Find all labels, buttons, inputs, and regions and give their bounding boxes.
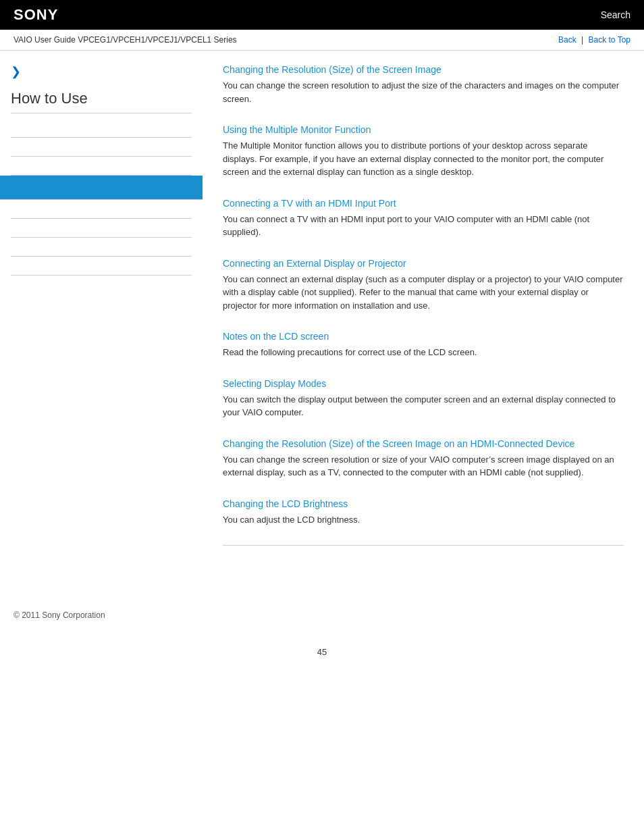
list-item — [11, 138, 192, 157]
section-1: Changing the Resolution (Size) of the Sc… — [223, 64, 624, 108]
section-1-title[interactable]: Changing the Resolution (Size) of the Sc… — [223, 64, 624, 75]
section-8: Changing the LCD Brightness You can adju… — [223, 498, 624, 529]
section-5: Notes on the LCD screen Read the followi… — [223, 331, 624, 362]
list-item — [11, 157, 192, 176]
nav-links: Back | Back to Top — [558, 35, 630, 45]
header: SONY Search — [0, 0, 644, 30]
section-2-title[interactable]: Using the Multiple Monitor Function — [223, 124, 624, 135]
breadcrumb-text: VAIO User Guide VPCEG1/VPCEH1/VPCEJ1/VPC… — [14, 35, 237, 45]
back-link[interactable]: Back — [558, 35, 576, 45]
section-3-body: You can connect a TV with an HDMI input … — [223, 213, 624, 239]
breadcrumb-bar: VAIO User Guide VPCEG1/VPCEH1/VPCEJ1/VPC… — [0, 30, 644, 51]
list-item — [11, 119, 192, 138]
back-to-top-link[interactable]: Back to Top — [589, 35, 630, 45]
list-item — [11, 219, 192, 238]
sidebar: ❯ How to Use — [0, 51, 203, 570]
sony-logo: SONY — [14, 6, 58, 24]
section-5-body: Read the following precautions for corre… — [223, 346, 624, 359]
section-4-body: You can connect an external display (suc… — [223, 273, 624, 313]
section-7: Changing the Resolution (Size) of the Sc… — [223, 438, 624, 482]
sidebar-active-item[interactable] — [0, 176, 203, 200]
section-4-title[interactable]: Connecting an External Display or Projec… — [223, 258, 624, 269]
section-2-body: The Multiple Monitor function allows you… — [223, 139, 624, 179]
list-item — [11, 238, 192, 257]
page-number: 45 — [0, 647, 644, 671]
section-3-title[interactable]: Connecting a TV with an HDMI Input Port — [223, 198, 624, 209]
section-3: Connecting a TV with an HDMI Input Port … — [223, 198, 624, 242]
list-item — [11, 200, 192, 219]
copyright-text: © 2011 Sony Corporation — [14, 610, 105, 620]
sidebar-title: How to Use — [11, 90, 192, 107]
section-8-body: You can adjust the LCD brightness. — [223, 513, 624, 527]
section-1-body: You can change the screen resolution to … — [223, 79, 624, 105]
content-divider — [223, 545, 624, 546]
separator: | — [581, 35, 583, 45]
section-8-title[interactable]: Changing the LCD Brightness — [223, 498, 624, 509]
section-7-body: You can change the screen resolution or … — [223, 453, 624, 479]
section-6: Selecting Display Modes You can switch t… — [223, 378, 624, 422]
section-7-title[interactable]: Changing the Resolution (Size) of the Sc… — [223, 438, 624, 449]
footer: © 2011 Sony Corporation — [0, 597, 644, 633]
main-container: ❯ How to Use Changing the Resolution (Si… — [0, 51, 644, 570]
list-item — [11, 257, 192, 276]
section-5-title[interactable]: Notes on the LCD screen — [223, 331, 624, 342]
content-area: Changing the Resolution (Size) of the Sc… — [203, 51, 644, 570]
section-6-title[interactable]: Selecting Display Modes — [223, 378, 624, 389]
sidebar-divider — [11, 113, 192, 113]
section-2: Using the Multiple Monitor Function The … — [223, 124, 624, 182]
search-button[interactable]: Search — [601, 9, 630, 20]
section-4: Connecting an External Display or Projec… — [223, 258, 624, 315]
sidebar-arrow-icon: ❯ — [11, 64, 192, 79]
section-6-body: You can switch the display output betwee… — [223, 393, 624, 419]
